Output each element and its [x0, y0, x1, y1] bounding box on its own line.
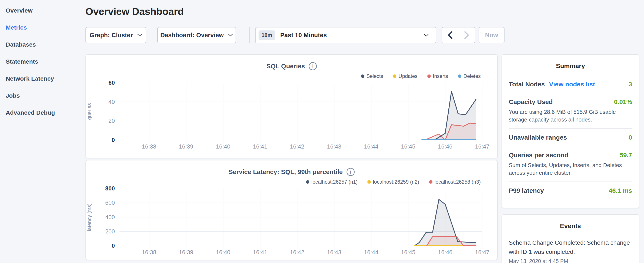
- y-tick-label: 200: [92, 228, 115, 235]
- graph-dropdown[interactable]: Graph: Cluster: [86, 27, 146, 43]
- x-tick-label: 16:38: [142, 249, 156, 256]
- summary-label: Capacity Used: [509, 98, 553, 106]
- summary-value: 59.7: [620, 151, 632, 159]
- legend-item: Updates: [393, 73, 417, 79]
- service-latency-plot[interactable]: 020040060080016:3816:3916:4016:4116:4216…: [120, 188, 482, 246]
- x-tick-label: 16:40: [216, 249, 230, 256]
- legend-item: Inserts: [427, 73, 448, 79]
- time-step-buttons: [442, 27, 475, 43]
- sidebar-item-overview[interactable]: Overview: [0, 2, 83, 19]
- chevron-left-icon: [448, 31, 452, 39]
- summary-row-queries-per-second: Queries per second 59.7 Sum of Selects, …: [509, 146, 632, 181]
- chevron-down-icon: [228, 34, 233, 37]
- summary-row-capacity-used: Capacity Used 0.01% You are using 28.6 M…: [509, 93, 632, 128]
- x-tick-label: 16:44: [364, 143, 378, 150]
- graph-dropdown-label: Graph: Cluster: [90, 32, 133, 39]
- y-tick-label: 40: [92, 99, 115, 105]
- x-tick-label: 16:43: [327, 249, 342, 256]
- time-step-forward-button[interactable]: [458, 28, 475, 43]
- page-title: Overview Dashboard: [86, 6, 184, 17]
- y-tick-label: 800: [92, 185, 115, 192]
- time-step-back-button[interactable]: [442, 28, 458, 43]
- summary-title: Summary: [502, 62, 639, 70]
- x-tick-label: 16:42: [290, 249, 304, 256]
- summary-label: Unavailable ranges: [509, 134, 567, 141]
- x-tick-label: 16:43: [327, 143, 342, 150]
- x-tick-label: 16:46: [438, 249, 452, 256]
- x-tick-label: 16:40: [216, 143, 230, 150]
- chevron-down-icon: [137, 34, 142, 37]
- legend-label: Selects: [366, 73, 383, 79]
- summary-row-p99-latency: P99 latency 46.1 ms: [509, 181, 632, 199]
- legend-item: Selects: [361, 73, 383, 79]
- summary-subtext: You are using 28.6 MiB of 515.9 GiB usab…: [509, 108, 632, 123]
- time-range-dropdown[interactable]: 10m Past 10 Minutes: [255, 27, 436, 43]
- y-tick-label: 0: [92, 242, 115, 249]
- time-range-badge: 10m: [258, 31, 275, 40]
- chevron-down-icon: [424, 34, 428, 37]
- y-tick-label: 60: [92, 80, 115, 86]
- chart-svg: [120, 188, 482, 249]
- legend-label: Deletes: [464, 73, 481, 79]
- event-timestamp: May 13, 2020 at 4:45 PM: [509, 258, 632, 263]
- now-button[interactable]: Now: [478, 27, 504, 43]
- legend-dot-icon: [458, 75, 461, 78]
- legend-item: localhost:26257 (n1): [306, 179, 358, 185]
- sidebar-item-databases[interactable]: Databases: [0, 36, 83, 53]
- summary-row-total-nodes: Total Nodes View nodes list 3: [509, 81, 632, 93]
- sidebar-item-statements[interactable]: Statements: [0, 53, 83, 70]
- legend-label: localhost:26257 (n1): [312, 179, 358, 185]
- sql-queries-plot[interactable]: 020406016:3816:3916:4016:4116:4216:4316:…: [120, 83, 482, 140]
- x-tick-label: 16:39: [179, 143, 194, 150]
- x-tick-label: 16:47: [475, 143, 490, 150]
- dashboard-dropdown-label: Dashboard: Overview: [160, 32, 224, 39]
- y-axis-label: latency (ms): [86, 203, 92, 231]
- service-latency-chart-card: Service Latency: SQL, 99th percentile i …: [86, 160, 498, 260]
- summary-value: 0.01%: [614, 98, 632, 106]
- chart-svg: [120, 83, 482, 143]
- sidebar-item-advanced-debug[interactable]: Advanced Debug: [0, 104, 83, 121]
- chart-title: Service Latency: SQL, 99th percentile: [228, 168, 343, 176]
- info-icon[interactable]: i: [346, 168, 355, 176]
- summary-value: 3: [628, 81, 632, 88]
- x-tick-label: 16:46: [438, 143, 452, 150]
- legend-dot-icon: [429, 180, 432, 184]
- x-tick-label: 16:41: [253, 249, 268, 256]
- summary-label: Queries per second: [509, 151, 568, 159]
- toolbar: Graph: Cluster Dashboard: Overview 10m P…: [86, 27, 596, 43]
- x-tick-label: 16:44: [364, 249, 378, 256]
- sidebar-item-jobs[interactable]: Jobs: [0, 87, 83, 104]
- events-title: Events: [502, 222, 639, 229]
- chart-legend: localhost:26257 (n1)localhost:26259 (n2)…: [306, 179, 481, 185]
- legend-label: Inserts: [433, 73, 448, 79]
- view-nodes-list-link[interactable]: View nodes list: [549, 81, 595, 88]
- event-text: Schema Change Completed: Schema change w…: [509, 238, 632, 256]
- sidebar-item-network-latency[interactable]: Network Latency: [0, 70, 83, 87]
- legend-label: Updates: [398, 73, 417, 79]
- legend-item: Deletes: [458, 73, 481, 79]
- legend-label: localhost:26258 (n3): [434, 179, 481, 185]
- legend-item: localhost:26258 (n3): [429, 179, 481, 185]
- x-tick-label: 16:39: [179, 249, 194, 256]
- y-tick-label: 600: [92, 200, 115, 206]
- y-tick-label: 0: [92, 137, 115, 143]
- x-tick-label: 16:45: [401, 249, 416, 256]
- y-tick-label: 20: [92, 118, 115, 124]
- x-tick-label: 16:41: [253, 143, 268, 150]
- summary-value: 46.1 ms: [609, 187, 632, 194]
- legend-dot-icon: [368, 180, 371, 184]
- summary-label: P99 latency: [509, 187, 544, 194]
- chart-title: SQL Queries: [266, 63, 305, 70]
- x-tick-label: 16:42: [290, 143, 304, 150]
- sidebar-item-metrics[interactable]: Metrics: [0, 19, 83, 36]
- summary-value: 0: [628, 134, 632, 141]
- events-panel: Events Schema Change Completed: Schema c…: [502, 214, 639, 263]
- event-list-item: Schema Change Completed: Schema change w…: [509, 238, 632, 263]
- summary-panel: Summary Total Nodes View nodes list 3 Ca…: [502, 54, 639, 208]
- dashboard-dropdown[interactable]: Dashboard: Overview: [157, 27, 236, 43]
- summary-label: Total Nodes: [509, 81, 545, 88]
- legend-dot-icon: [361, 75, 364, 78]
- chevron-right-icon: [464, 31, 469, 39]
- info-icon[interactable]: i: [309, 62, 317, 70]
- legend-dot-icon: [306, 180, 309, 184]
